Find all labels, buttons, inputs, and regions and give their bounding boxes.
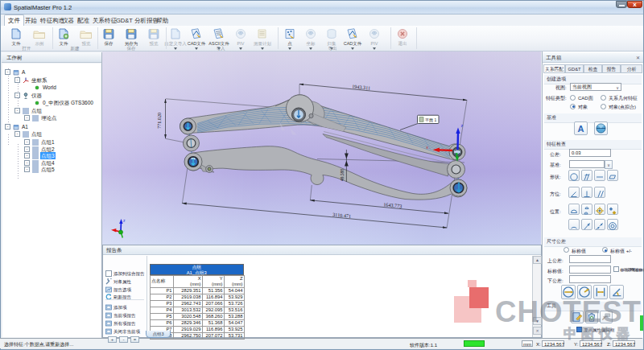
svg-text:平面 1: 平面 1 <box>425 117 436 123</box>
svg-text:771.020: 771.020 <box>156 113 162 129</box>
svg-text:49.588: 49.588 <box>340 169 345 181</box>
svg-text:z: z <box>461 123 464 128</box>
